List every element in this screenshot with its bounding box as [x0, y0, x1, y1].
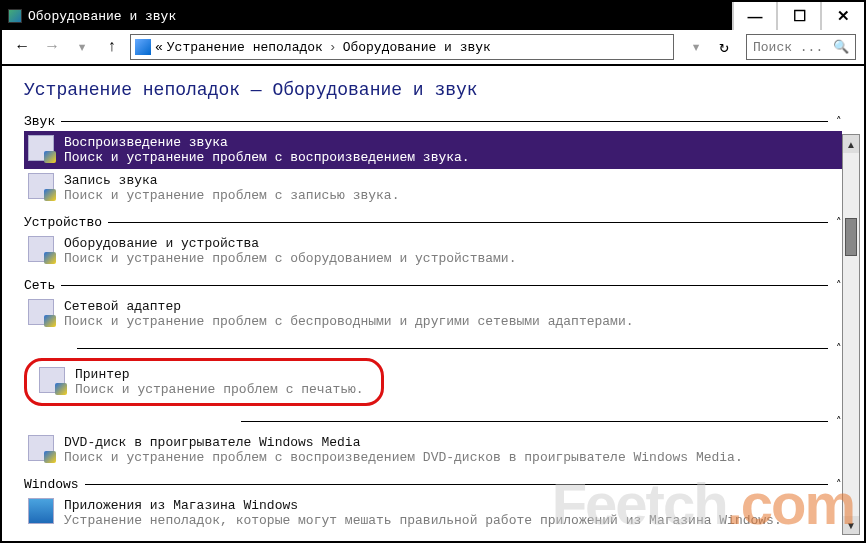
- minimize-button[interactable]: —: [732, 2, 776, 30]
- address-bar[interactable]: « Устранение неполадок › Оборудование и …: [130, 34, 674, 60]
- group-label: Устройство: [24, 215, 102, 230]
- shield-icon: [44, 151, 56, 163]
- group-label: Сеть: [24, 278, 55, 293]
- printer-icon: [39, 367, 65, 393]
- troubleshooter-item-store-apps[interactable]: Приложения из Магазина Windows Устранени…: [24, 494, 842, 532]
- content-area: Устранение неполадок — Оборудование и зв…: [2, 66, 864, 541]
- shield-icon: [44, 189, 56, 201]
- search-placeholder: Поиск ...: [753, 40, 823, 55]
- location-icon: [135, 39, 151, 55]
- item-description: Поиск и устранение проблем с печатью.: [75, 382, 364, 397]
- app-icon: [8, 9, 22, 23]
- search-icon: 🔍: [833, 39, 849, 55]
- troubleshooter-item-audio-recording[interactable]: Запись звука Поиск и устранение проблем …: [24, 169, 842, 207]
- back-button[interactable]: ←: [10, 35, 34, 59]
- scrollbar-track[interactable]: [843, 153, 859, 516]
- close-button[interactable]: ✕: [820, 2, 864, 30]
- divider: [61, 285, 828, 286]
- dvd-icon: [28, 435, 54, 461]
- group-header-wmp[interactable]: Проигрыватель Windows Media ˄: [24, 414, 842, 429]
- divider: [77, 348, 828, 349]
- breadcrumb-prefix: «: [155, 40, 163, 55]
- breadcrumb-part1[interactable]: Устранение неполадок: [167, 40, 323, 55]
- item-title: Воспроизведение звука: [64, 135, 470, 150]
- navigation-bar: ← → ▾ ↑ « Устранение неполадок › Оборудо…: [2, 30, 864, 66]
- chevron-up-icon[interactable]: ˄: [828, 115, 842, 128]
- shield-icon: [44, 451, 56, 463]
- group-header-print[interactable]: Печать ˄: [24, 341, 842, 356]
- item-description: Поиск и устранение проблем с записью зву…: [64, 188, 399, 203]
- maximize-button[interactable]: ☐: [776, 2, 820, 30]
- search-input[interactable]: Поиск ... 🔍: [746, 34, 856, 60]
- item-description: Устранение неполадок, которые могут меша…: [64, 513, 782, 528]
- device-icon: [28, 236, 54, 262]
- shield-icon: [44, 315, 56, 327]
- item-description: Поиск и устранение проблем с оборудовани…: [64, 251, 516, 266]
- troubleshooter-item-hardware[interactable]: Оборудование и устройства Поиск и устран…: [24, 232, 842, 270]
- history-dropdown-icon[interactable]: ▾: [70, 35, 94, 59]
- item-title: Принтер: [75, 367, 364, 382]
- forward-button[interactable]: →: [40, 35, 64, 59]
- item-description: Поиск и устранение проблем с беспроводны…: [64, 314, 634, 329]
- troubleshooter-item-printer[interactable]: Принтер Поиск и устранение проблем с печ…: [24, 358, 384, 406]
- group-label: Windows: [24, 477, 79, 492]
- breadcrumb-part2[interactable]: Оборудование и звук: [343, 40, 491, 55]
- troubleshooter-item-audio-playback[interactable]: Воспроизведение звука Поиск и устранение…: [24, 131, 842, 169]
- group-header-network[interactable]: Сеть ˄: [24, 278, 842, 293]
- chevron-up-icon[interactable]: ˄: [828, 415, 842, 428]
- window-controls: — ☐ ✕: [732, 2, 864, 30]
- chevron-up-icon[interactable]: ˄: [828, 279, 842, 292]
- scroll-up-icon[interactable]: ▲: [843, 135, 859, 153]
- scroll-down-icon[interactable]: ▼: [843, 516, 859, 534]
- up-button[interactable]: ↑: [100, 35, 124, 59]
- group-header-device[interactable]: Устройство ˄: [24, 215, 842, 230]
- divider: [61, 121, 828, 122]
- divider: [241, 421, 828, 422]
- troubleshooter-item-wmp-dvd[interactable]: DVD-диск в проигрывателе Windows Media П…: [24, 431, 842, 469]
- item-title: Оборудование и устройства: [64, 236, 516, 251]
- group-header-sound[interactable]: Звук ˄: [24, 114, 842, 129]
- store-icon: [28, 498, 54, 524]
- divider: [85, 484, 828, 485]
- item-description: Поиск и устранение проблем с воспроизвед…: [64, 450, 743, 465]
- refresh-button[interactable]: ↻: [712, 35, 736, 59]
- divider: [108, 222, 828, 223]
- microphone-icon: [28, 173, 54, 199]
- item-description: Поиск и устранение проблем с воспроизвед…: [64, 150, 470, 165]
- item-title: DVD-диск в проигрывателе Windows Media: [64, 435, 743, 450]
- chevron-up-icon[interactable]: ˄: [828, 216, 842, 229]
- speaker-icon: [28, 135, 54, 161]
- breadcrumb-separator: ›: [327, 40, 339, 55]
- window-title: Оборудование и звук: [28, 9, 176, 24]
- item-title: Сетевой адаптер: [64, 299, 634, 314]
- title-bar: Оборудование и звук — ☐ ✕: [2, 2, 864, 30]
- shield-icon: [55, 383, 67, 395]
- vertical-scrollbar[interactable]: ▲ ▼: [842, 134, 860, 535]
- chevron-up-icon[interactable]: ˄: [828, 342, 842, 355]
- chevron-up-icon[interactable]: ˄: [828, 478, 842, 491]
- network-icon: [28, 299, 54, 325]
- scrollbar-thumb[interactable]: [845, 218, 857, 256]
- address-dropdown-icon[interactable]: ▾: [684, 35, 708, 59]
- shield-icon: [44, 252, 56, 264]
- item-title: Приложения из Магазина Windows: [64, 498, 782, 513]
- group-label: Звук: [24, 114, 55, 129]
- item-title: Запись звука: [64, 173, 399, 188]
- group-header-windows[interactable]: Windows ˄: [24, 477, 842, 492]
- page-title: Устранение неполадок — Оборудование и зв…: [24, 80, 842, 100]
- troubleshooter-item-network-adapter[interactable]: Сетевой адаптер Поиск и устранение пробл…: [24, 295, 842, 333]
